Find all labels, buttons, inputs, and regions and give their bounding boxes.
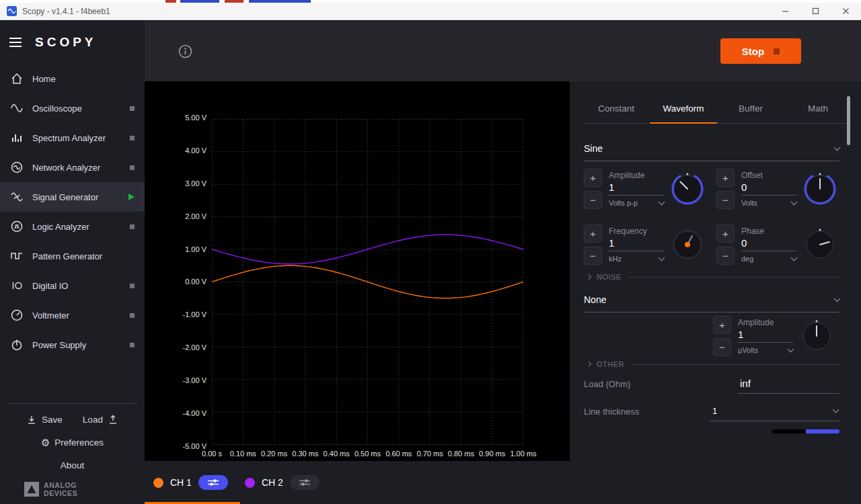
preferences-button[interactable]: ⚙ Preferences: [0, 437, 145, 449]
ch1-label: CH 1: [170, 477, 192, 488]
sidebar-item-oscilloscope[interactable]: Oscilloscope: [0, 93, 145, 123]
sidebar-item-home[interactable]: Home: [0, 64, 145, 93]
frequency-unit-select[interactable]: kHz: [609, 255, 664, 263]
frequency-increment-button[interactable]: +: [584, 224, 602, 243]
analog-devices-logo: ANALOG DEVICES: [24, 481, 145, 497]
tab-math[interactable]: Math: [784, 94, 852, 123]
noise-amplitude-unit-select[interactable]: µVolts: [738, 346, 793, 354]
info-button[interactable]: [178, 44, 192, 61]
amplitude-increment-button[interactable]: +: [584, 169, 602, 187]
digital-io-icon: [10, 279, 24, 292]
chevron-down-icon: [833, 407, 839, 413]
maximize-button[interactable]: [800, 3, 831, 20]
obscured-text-fragment: [180, 0, 219, 3]
channel-1: CH 1: [153, 475, 228, 490]
amplitude-unit-select[interactable]: Volts p-p: [609, 199, 664, 207]
y-axis-tick: -2.00 V: [183, 343, 207, 351]
window-title: Scopy - v1.4.1 - f4beeb1: [22, 7, 110, 16]
stopped-indicator: [130, 284, 135, 288]
chevron-down-icon: [791, 254, 798, 261]
sidebar-item-spectrum-analyzer[interactable]: Spectrum Analyzer: [0, 123, 145, 153]
phase-decrement-button[interactable]: −: [716, 247, 735, 265]
ch1-dot: [153, 478, 163, 488]
panel-scrollbar-thumb[interactable]: [847, 96, 850, 145]
sliders-icon: [298, 478, 311, 487]
sliders-icon: [207, 478, 220, 487]
chevron-down-icon: [834, 295, 841, 302]
horizontal-scrollbar[interactable]: [772, 429, 839, 433]
minimize-icon: [782, 7, 789, 15]
noise-amplitude-label: Amplitude: [738, 318, 793, 327]
ch2-settings-toggle[interactable]: [290, 475, 320, 490]
pattern-generator-icon: [10, 249, 24, 263]
offset-unit-select[interactable]: Volts: [741, 199, 796, 207]
x-axis-tick: 0.30 ms: [290, 450, 321, 458]
offset-control: + − Offset 0 Volts: [716, 169, 837, 209]
amplitude-decrement-button[interactable]: −: [584, 191, 602, 209]
phase-unit-select[interactable]: deg: [741, 255, 796, 263]
minimize-button[interactable]: [770, 3, 800, 20]
x-axis-tick: 0.10 ms: [227, 450, 258, 458]
phase-knob[interactable]: [803, 228, 837, 261]
frequency-value[interactable]: 1: [609, 236, 664, 251]
phase-increment-button[interactable]: +: [716, 224, 735, 243]
channel-2: CH 2: [245, 475, 320, 490]
x-axis-tick: 0.60 ms: [383, 450, 414, 458]
noise-section-header[interactable]: NOISE: [587, 273, 839, 281]
y-axis-tick: 3.00 V: [185, 179, 207, 187]
offset-decrement-button[interactable]: −: [716, 191, 735, 209]
sidebar-item-digital-io[interactable]: Digital IO: [0, 271, 145, 300]
window-titlebar: Scopy - v1.4.1 - f4beeb1: [0, 3, 861, 20]
noise-type-select[interactable]: None: [584, 294, 839, 312]
phase-label: Phase: [741, 226, 796, 236]
close-button[interactable]: [831, 3, 861, 20]
sidebar-item-voltmeter[interactable]: Voltmeter: [0, 300, 145, 330]
sidebar-item-network-analyzer[interactable]: Network Analyzer: [0, 153, 145, 182]
network-analyzer-icon: [10, 161, 24, 174]
x-axis-tick: 0.80 ms: [445, 450, 476, 458]
load-input[interactable]: inf: [739, 378, 839, 394]
tab-constant[interactable]: Constant: [583, 94, 650, 123]
noise-amplitude-decrement-button[interactable]: −: [713, 338, 731, 356]
offset-value[interactable]: 0: [741, 180, 796, 196]
noise-amplitude-control: + − Amplitude 1 µVolts: [713, 316, 833, 356]
save-icon: [26, 415, 37, 425]
offset-increment-button[interactable]: +: [716, 169, 735, 187]
x-axis: 0.00 s0.10 ms0.20 ms0.30 ms0.40 ms0.50 m…: [196, 450, 539, 458]
noise-amplitude-increment-button[interactable]: +: [713, 316, 731, 334]
y-axis-tick: -4.00 V: [183, 409, 207, 417]
sidebar-item-pattern-generator[interactable]: Pattern Generator: [0, 241, 145, 271]
phase-control: + − Phase 0 deg: [716, 224, 837, 265]
amplitude-control: + − Amplitude 1 Volts p-p: [584, 169, 704, 209]
line-thickness-select[interactable]: 1: [710, 406, 839, 421]
noise-amplitude-knob[interactable]: [800, 319, 833, 353]
frequency-knob[interactable]: [671, 228, 704, 261]
power-supply-icon: [10, 338, 24, 351]
tab-buffer[interactable]: Buffer: [717, 94, 784, 123]
run-stop-button[interactable]: Stop: [720, 38, 801, 64]
ch1-settings-toggle[interactable]: [198, 475, 228, 490]
scrollbar-thumb[interactable]: [806, 429, 839, 433]
other-section-header[interactable]: OTHER: [587, 360, 839, 368]
save-button[interactable]: Save: [26, 415, 63, 425]
obscured-text-fragment: [249, 0, 311, 3]
sidebar-item-signal-generator[interactable]: Signal Generator: [0, 182, 145, 212]
frequency-decrement-button[interactable]: −: [584, 247, 602, 265]
noise-amplitude-value[interactable]: 1: [738, 327, 793, 343]
menu-icon[interactable]: [8, 35, 23, 50]
amplitude-knob[interactable]: [671, 172, 704, 206]
waveform-type-select[interactable]: Sine: [584, 143, 839, 161]
tab-waveform[interactable]: Waveform: [650, 94, 717, 123]
load-setting: Load (Ohm) inf: [584, 378, 839, 394]
load-button[interactable]: Load: [83, 415, 118, 425]
offset-knob[interactable]: [803, 172, 837, 206]
ch2-label: CH 2: [262, 477, 283, 488]
offset-label: Offset: [741, 171, 796, 180]
sidebar-item-logic-analyzer[interactable]: Logic Analyzer: [0, 212, 145, 241]
waveform-ch1: [212, 265, 523, 298]
signal-settings-panel: Constant Waveform Buffer Math Sine + −: [570, 81, 861, 504]
sidebar-item-power-supply[interactable]: Power Supply: [0, 330, 145, 360]
about-button[interactable]: About: [0, 460, 145, 470]
amplitude-value[interactable]: 1: [609, 180, 664, 196]
phase-value[interactable]: 0: [741, 236, 796, 251]
